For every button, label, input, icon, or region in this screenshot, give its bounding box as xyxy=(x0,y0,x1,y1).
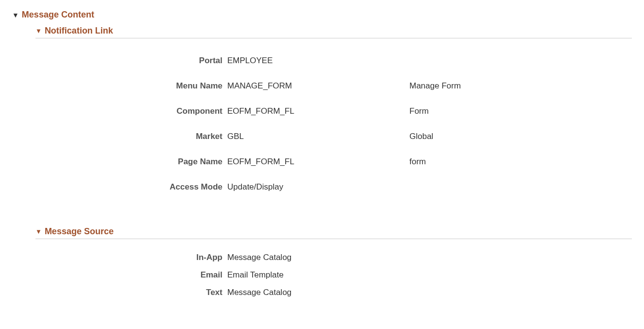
divider xyxy=(35,239,632,239)
message-source-title: Message Source xyxy=(45,226,114,237)
message-source-header[interactable]: ▼ Message Source xyxy=(35,226,632,237)
chevron-down-icon: ▼ xyxy=(12,11,19,19)
field-label: Page Name xyxy=(35,157,227,167)
field-row-inapp: In-App Message Catalog xyxy=(35,249,632,266)
divider xyxy=(35,38,632,38)
notification-link-subsection: ▼ Notification Link Portal EMPLOYEE Menu… xyxy=(35,26,632,301)
field-row-text: Text Message Catalog xyxy=(35,284,632,301)
field-row-menu-name: Menu Name MANAGE_FORM Manage Form xyxy=(35,73,632,99)
field-label: Component xyxy=(35,106,227,116)
chevron-down-icon: ▼ xyxy=(35,228,42,235)
field-label: Text xyxy=(35,288,227,297)
field-value: EOFM_FORM_FL xyxy=(227,157,409,167)
field-row-email: Email Email Template xyxy=(35,266,632,284)
field-description: Manage Form xyxy=(409,81,632,91)
field-value: EOFM_FORM_FL xyxy=(227,106,409,116)
field-label: Portal xyxy=(35,56,227,66)
field-row-component: Component EOFM_FORM_FL Form xyxy=(35,99,632,124)
field-row-market: Market GBL Global xyxy=(35,124,632,149)
field-label: Market xyxy=(35,132,227,141)
chevron-down-icon: ▼ xyxy=(35,27,42,35)
field-row-portal: Portal EMPLOYEE xyxy=(35,48,632,73)
field-value: Email Template xyxy=(227,270,409,280)
field-label: Access Mode xyxy=(35,182,227,192)
field-description: Global xyxy=(409,132,632,141)
field-description: Form xyxy=(409,106,632,116)
field-value: EMPLOYEE xyxy=(227,56,409,66)
field-value: MANAGE_FORM xyxy=(227,81,409,91)
field-label: Menu Name xyxy=(35,81,227,91)
notification-link-header[interactable]: ▼ Notification Link xyxy=(35,26,632,36)
field-value: GBL xyxy=(227,132,409,141)
notification-link-title: Notification Link xyxy=(45,26,113,36)
field-description: form xyxy=(409,157,632,167)
message-content-section-header[interactable]: ▼ Message Content xyxy=(12,10,632,20)
field-row-access-mode: Access Mode Update/Display xyxy=(35,174,632,200)
message-content-title: Message Content xyxy=(22,10,94,20)
field-value: Update/Display xyxy=(227,182,409,192)
field-row-page-name: Page Name EOFM_FORM_FL form xyxy=(35,149,632,174)
field-label: Email xyxy=(35,270,227,280)
field-value: Message Catalog xyxy=(227,288,409,297)
field-label: In-App xyxy=(35,253,227,262)
field-value: Message Catalog xyxy=(227,253,409,262)
